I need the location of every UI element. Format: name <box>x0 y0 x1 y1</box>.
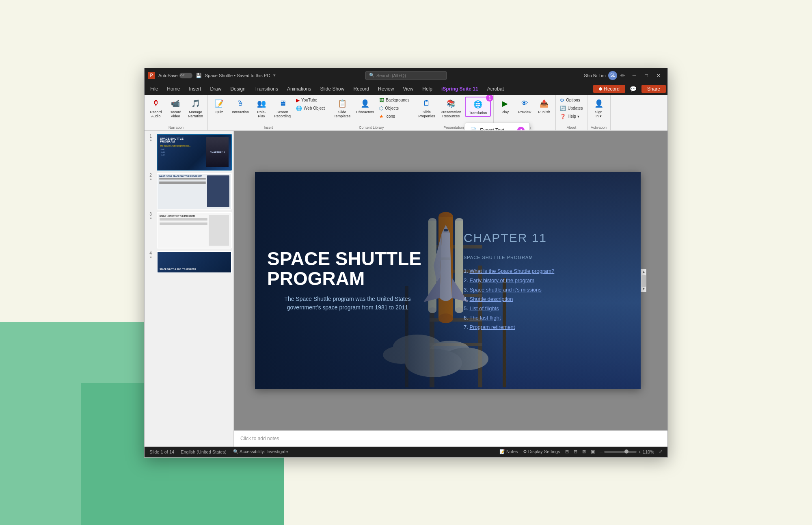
slide-properties-button[interactable]: 🗒 SlideProperties <box>417 97 437 120</box>
presentation-resources-button[interactable]: 📚 PresentationResources <box>439 97 464 120</box>
status-bar-right: 📝 Notes ⚙ Display Settings ⊞ ⊟ ⊠ ▣ ─ + 1… <box>499 449 663 454</box>
menu-view[interactable]: View <box>399 84 417 93</box>
slide-image-3[interactable]: EARLY HISTORY OF THE PROGRAM <box>157 212 232 248</box>
youtube-button[interactable]: ▶ YouTube <box>294 97 326 104</box>
interaction-button[interactable]: 🖱 Interaction <box>230 97 251 116</box>
slide-thumb-4[interactable]: 4 ★ SPACE SHUTTLE AND IT'S MISSIONS <box>146 251 232 273</box>
characters-icon: 👤 <box>359 98 371 109</box>
translation-button[interactable]: 1 🌐 Translation <box>465 97 491 117</box>
view-normal-button[interactable]: ⊞ <box>565 449 569 454</box>
view-slide-button[interactable]: ⊠ <box>582 449 586 454</box>
menu-record[interactable]: Record <box>349 84 373 93</box>
share-button[interactable]: Share <box>641 85 666 93</box>
options-label: Options <box>566 98 580 102</box>
about-group-label: About <box>567 125 577 130</box>
sign-in-button[interactable]: 👤 SignIn ▾ <box>590 97 608 120</box>
objects-button[interactable]: ⬡ Objects <box>378 105 411 112</box>
slide-image-2[interactable]: WHAT IS THE SPACE SHUTTLE PROGRAM? <box>157 173 232 210</box>
close-button[interactable]: ✕ <box>653 70 664 81</box>
search-bar[interactable]: 🔍 Search (Alt+Q) <box>365 71 447 80</box>
icons-button[interactable]: ★ Icons <box>378 113 411 120</box>
about-buttons: ⚙ Options 🔄 Updates ❓ Help ▾ <box>558 97 584 129</box>
slide1-left: SPACE SHUTTLEPROGRAM The Space Shuttle p… <box>160 137 205 167</box>
toc-link-7: Program retirement <box>469 324 515 330</box>
pen-icon[interactable]: ✏ <box>620 72 625 79</box>
screen-recording-button[interactable]: 🖥 ScreenRecording <box>272 97 293 120</box>
slide-templates-icon: 📋 <box>337 98 348 109</box>
scroll-up-button[interactable]: ▲ <box>641 269 646 275</box>
zoom-minus[interactable]: ─ <box>600 449 603 454</box>
options-button[interactable]: ⚙ Options <box>558 97 584 104</box>
slide-thumb-3[interactable]: 3 ★ EARLY HISTORY OF THE PROGRAM <box>146 212 232 248</box>
notes-area[interactable]: Click to add notes <box>234 430 667 447</box>
updates-button[interactable]: 🔄 Updates <box>558 105 584 112</box>
interaction-label: Interaction <box>232 110 249 115</box>
menu-help[interactable]: Help <box>418 84 436 93</box>
toc-item-7: 7. Program retirement <box>464 324 624 330</box>
scroll-down-button[interactable]: ▼ <box>641 286 646 292</box>
display-settings-button[interactable]: ⚙ Display Settings <box>523 449 560 454</box>
slide-image-1[interactable]: SPACE SHUTTLEPROGRAM The Space Shuttle p… <box>157 134 232 171</box>
preview-button[interactable]: 👁 Preview <box>516 97 533 116</box>
dropdown-arrow-title[interactable]: ▾ <box>273 73 276 78</box>
quiz-button[interactable]: 📝 Quiz <box>210 97 228 116</box>
menu-transitions[interactable]: Transitions <box>251 84 282 93</box>
view-outline-button[interactable]: ⊟ <box>574 449 577 454</box>
export-text-item[interactable]: 📄 Export Text 2 <box>465 125 529 131</box>
zoom-plus[interactable]: + <box>638 449 641 454</box>
content-area: 1 ★ SPACE SHUTTLEPROGRAM The Space Shutt… <box>145 131 667 447</box>
record-audio-button[interactable]: 🎙 RecordAudio <box>147 97 165 120</box>
slide-star-1: ★ <box>149 138 152 142</box>
menu-animations[interactable]: Animations <box>283 84 315 93</box>
preview-icon: 👁 <box>519 98 530 109</box>
comment-icon[interactable]: 💬 <box>628 83 639 95</box>
menu-file[interactable]: File <box>146 84 162 93</box>
slide-star-3: ★ <box>149 216 152 220</box>
content-sub-buttons: 🖼 Backgrounds ⬡ Objects ★ Icons <box>378 97 411 120</box>
slide2-right <box>207 175 229 207</box>
menu-insert[interactable]: Insert <box>185 84 205 93</box>
view-reading-button[interactable]: ▣ <box>591 449 595 454</box>
slide-image-4[interactable]: SPACE SHUTTLE AND IT'S MISSIONS <box>157 251 232 273</box>
scroll-thumb[interactable] <box>641 275 646 287</box>
web-object-button[interactable]: 🌐 Web Object <box>294 105 326 112</box>
ribbon-group-insert: 📝 Quiz 🖱 Interaction 👥 Role-Play 🖥 Scree… <box>208 95 329 130</box>
characters-button[interactable]: 👤 Characters <box>354 97 376 116</box>
help-button[interactable]: ❓ Help ▾ <box>558 113 584 120</box>
slide-number-3: 3 <box>149 212 152 216</box>
menu-design[interactable]: Design <box>226 84 249 93</box>
minimize-button[interactable]: ─ <box>628 70 640 81</box>
record-video-button[interactable]: 📹 RecordVideo <box>166 97 184 120</box>
menu-draw[interactable]: Draw <box>206 84 225 93</box>
manage-narration-button[interactable]: 🎵 ManageNarration <box>186 97 205 120</box>
avatar[interactable]: SL <box>608 71 617 80</box>
characters-label: Characters <box>356 110 374 115</box>
slide-thumb-1[interactable]: 1 ★ SPACE SHUTTLEPROGRAM The Space Shutt… <box>146 134 232 171</box>
menu-acrobat[interactable]: Acrobat <box>483 84 508 93</box>
main-slide[interactable]: SPACE SHUTTLE PROGRAM The Space Shuttle … <box>255 172 641 389</box>
slide-templates-button[interactable]: 📋 SlideTemplates <box>332 97 352 120</box>
maximize-button[interactable]: □ <box>641 70 652 81</box>
backgrounds-button[interactable]: 🖼 Backgrounds <box>378 97 411 104</box>
slide-thumb-2[interactable]: 2 ★ WHAT IS THE SPACE SHUTTLE PROGRAM? <box>146 173 232 210</box>
publish-label: Publish <box>538 110 551 115</box>
autosave-area: AutoSave Off <box>158 73 192 78</box>
slide-num-area-1: 1 ★ <box>146 134 155 142</box>
play-button[interactable]: ▶ Play <box>496 97 514 116</box>
notes-button[interactable]: 📝 Notes <box>499 449 518 454</box>
autosave-toggle[interactable]: Off <box>179 73 192 78</box>
autosave-label: AutoSave <box>158 73 178 78</box>
fit-slide-button[interactable]: ⤢ <box>659 449 663 454</box>
publish-button[interactable]: 📤 Publish <box>535 97 553 116</box>
record-button-header[interactable]: Record <box>593 85 625 93</box>
role-play-label: Role-Play <box>257 110 266 119</box>
menu-review[interactable]: Review <box>374 84 398 93</box>
slide-2-content: WHAT IS THE SPACE SHUTTLE PROGRAM? <box>158 174 231 209</box>
menu-home[interactable]: Home <box>163 84 184 93</box>
slide-star-4: ★ <box>149 255 152 259</box>
slide3-line-2 <box>160 219 207 220</box>
zoom-slider[interactable] <box>604 451 637 453</box>
menu-ispring[interactable]: iSpring Suite 11 <box>437 84 482 93</box>
role-play-button[interactable]: 👥 Role-Play <box>253 97 270 120</box>
menu-slideshow[interactable]: Slide Show <box>316 84 348 93</box>
